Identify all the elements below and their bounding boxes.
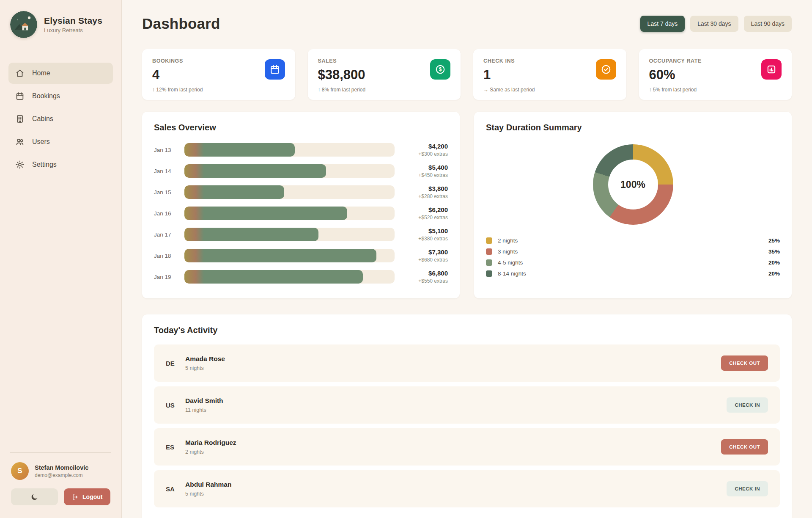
sales-bar-chart: Jan 13$4,200+$300 extrasJan 14$5,400+$45… <box>154 143 448 284</box>
sidebar-item-bookings[interactable]: Bookings <box>8 85 113 107</box>
svg-text:$: $ <box>439 66 442 72</box>
legend-label: 4-5 nights <box>498 259 763 266</box>
guest-info: Abdul Rahman5 nights <box>185 481 231 497</box>
guest-info: Maria Rodriguez2 nights <box>185 439 236 455</box>
legend-swatch <box>486 270 492 277</box>
bar-row-jan-16: Jan 16$6,200+$520 extras <box>154 206 448 220</box>
stat-change: ↑ 5% from last period <box>649 87 782 93</box>
activity-row-amada-rose: DEAmada Rose5 nightsCHECK OUT <box>154 344 780 382</box>
guest-nights: 2 nights <box>185 449 236 455</box>
gear-icon <box>15 160 25 169</box>
bar-chart-icon <box>761 59 782 80</box>
bar-row-jan-14: Jan 14$5,400+$450 extras <box>154 164 448 178</box>
cabin-icon <box>15 114 25 124</box>
stat-card-occupancy-rate: OCCUPANCY RATE60%↑ 5% from last period <box>639 49 792 100</box>
brand-name: Elysian Stays <box>44 16 102 26</box>
bar-fill <box>184 185 284 199</box>
checkin-button[interactable]: CHECK IN <box>727 481 768 496</box>
legend-label: 2 nights <box>498 237 763 244</box>
stat-change: ↑ 12% from last period <box>152 87 285 93</box>
bar-extras: +$450 extras <box>401 172 448 178</box>
bar-extras: +$280 extras <box>401 193 448 199</box>
dark-mode-toggle[interactable] <box>11 488 58 505</box>
guest-info: Amada Rose5 nights <box>185 355 225 371</box>
brand-text: Elysian Stays Luxury Retreats <box>44 16 102 33</box>
bar-values: $4,200+$300 extras <box>401 143 448 157</box>
bar-values: $3,800+$280 extras <box>401 185 448 199</box>
activity-row-abdul-rahman: SAAbdul Rahman5 nightsCHECK IN <box>154 470 780 507</box>
guest-name: Abdul Rahman <box>185 481 231 488</box>
date-range-filters: Last 7 daysLast 30 daysLast 90 days <box>640 16 792 32</box>
bar-fill <box>184 228 318 241</box>
filter-last-90-days[interactable]: Last 90 days <box>744 16 792 32</box>
legend-percentage: 35% <box>768 248 780 255</box>
bar-values: $6,200+$520 extras <box>401 206 448 220</box>
legend-row-8-14-nights: 8-14 nights20% <box>486 270 780 277</box>
bar-category: Jan 16 <box>154 210 182 217</box>
sidebar-item-cabins[interactable]: Cabins <box>8 108 113 130</box>
legend-row-3-nights: 3 nights35% <box>486 248 780 255</box>
main-content: Dashboard Last 7 daysLast 30 daysLast 90… <box>122 0 812 518</box>
bar-row-jan-15: Jan 15$3,800+$280 extras <box>154 185 448 199</box>
calendar-icon <box>265 59 285 80</box>
bar-track <box>184 185 395 199</box>
charts-row: Sales Overview Jan 13$4,200+$300 extrasJ… <box>142 112 792 298</box>
bar-extras: +$300 extras <box>401 151 448 157</box>
activity-list: DEAmada Rose5 nightsCHECK OUTUSDavid Smi… <box>154 344 780 507</box>
guest-name: David Smith <box>185 397 223 405</box>
bar-row-jan-13: Jan 13$4,200+$300 extras <box>154 143 448 157</box>
bar-extras: +$380 extras <box>401 236 448 242</box>
sidebar-item-settings[interactable]: Settings <box>8 154 113 175</box>
bar-value: $5,400 <box>401 164 448 171</box>
checkout-button[interactable]: CHECK OUT <box>721 355 768 371</box>
filter-last-7-days[interactable]: Last 7 days <box>640 16 685 32</box>
brand-logo-icon <box>10 11 37 38</box>
bar-value: $4,200 <box>401 143 448 150</box>
legend-swatch <box>486 259 492 266</box>
checkin-button[interactable]: CHECK IN <box>727 397 768 413</box>
header: Dashboard Last 7 daysLast 30 daysLast 90… <box>142 13 792 35</box>
sidebar-item-home[interactable]: Home <box>8 63 113 84</box>
bar-fill <box>184 164 326 178</box>
bar-track <box>184 228 395 241</box>
bar-row-jan-18: Jan 18$7,300+$680 extras <box>154 248 448 263</box>
bar-values: $5,100+$380 extras <box>401 227 448 242</box>
bar-value: $6,800 <box>401 270 448 277</box>
brand: Elysian Stays Luxury Retreats <box>8 0 113 42</box>
legend-percentage: 20% <box>768 259 780 266</box>
guest-country-code: ES <box>166 444 185 451</box>
sidebar-item-label: Bookings <box>32 92 60 100</box>
checkout-button[interactable]: CHECK OUT <box>721 439 768 455</box>
bar-values: $7,300+$680 extras <box>401 248 448 263</box>
bar-extras: +$550 extras <box>401 278 448 284</box>
legend-row-2-nights: 2 nights25% <box>486 237 780 244</box>
legend-row-4-5-nights: 4-5 nights20% <box>486 259 780 266</box>
sidebar: Elysian Stays Luxury Retreats HomeBookin… <box>0 0 122 518</box>
bar-value: $6,200 <box>401 206 448 213</box>
bar-track <box>184 143 395 157</box>
guest-info: David Smith11 nights <box>185 397 223 413</box>
bar-value: $3,800 <box>401 185 448 192</box>
bar-category: Jan 13 <box>154 147 182 153</box>
bar-category: Jan 15 <box>154 189 182 196</box>
guest-nights: 5 nights <box>185 365 225 371</box>
todays-activity-card: Today's Activity DEAmada Rose5 nightsCHE… <box>142 314 792 518</box>
page-title: Dashboard <box>142 15 220 32</box>
filter-last-30-days[interactable]: Last 30 days <box>690 16 738 32</box>
guest-country-code: SA <box>166 485 185 493</box>
user-box: S Stefan Momcilovic demo@example.com Log… <box>8 453 113 518</box>
stat-card-check-ins: CHECK INS1→ Same as last period <box>473 49 626 100</box>
donut-legend: 2 nights25%3 nights35%4-5 nights20%8-14 … <box>486 237 780 277</box>
legend-percentage: 25% <box>768 237 780 244</box>
sidebar-nav: HomeBookingsCabinsUsersSettings <box>8 63 113 175</box>
bar-category: Jan 14 <box>154 168 182 174</box>
bar-values: $6,800+$550 extras <box>401 270 448 284</box>
bar-track <box>184 249 395 262</box>
logout-label: Logout <box>82 493 102 500</box>
sidebar-item-users[interactable]: Users <box>8 131 113 152</box>
activity-row-david-smith: USDavid Smith11 nightsCHECK IN <box>154 386 780 424</box>
logout-icon <box>71 493 79 501</box>
logout-button[interactable]: Logout <box>64 488 111 505</box>
check-circle-icon <box>596 59 616 80</box>
guest-name: Maria Rodriguez <box>185 439 236 446</box>
